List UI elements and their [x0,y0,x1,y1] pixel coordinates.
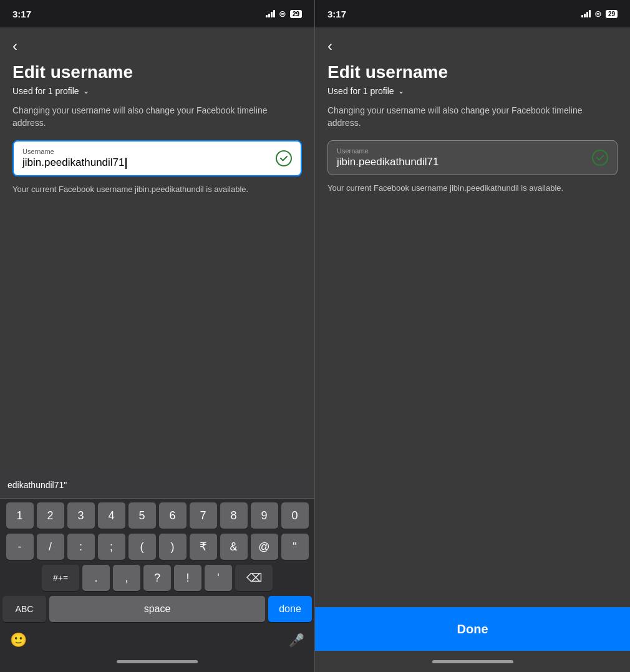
key-colon[interactable]: : [67,534,95,560]
spacer-right [327,194,618,597]
home-bar-left [117,660,198,663]
key-2[interactable]: 2 [37,502,64,529]
status-time-left: 3:17 [12,9,31,19]
page-title-left: Edit username [12,62,302,82]
key-lparen[interactable]: ( [128,534,156,560]
back-button-right[interactable]: ‹ [327,37,332,55]
back-button-left[interactable]: ‹ [12,37,17,55]
input-value-left: jibin.peedikathundil71 [22,156,276,169]
key-9[interactable]: 9 [251,502,278,529]
battery-right: 29 [606,10,618,18]
mic-icon[interactable]: 🎤 [289,633,304,648]
delete-key[interactable]: ⌫ [235,565,273,591]
wifi-icon-right: ⊜ [594,9,602,19]
key-exclaim[interactable]: ! [174,565,201,591]
key-7[interactable]: 7 [190,502,217,529]
used-for-profile-left[interactable]: Used for 1 profile ⌄ [12,86,302,96]
username-input-left[interactable]: Username jibin.peedikathundil71 [12,140,302,176]
key-row-3: #+= . , ? ! ' ⌫ [2,565,312,591]
status-bar-right: 3:17 ⊜ 29 [315,0,630,27]
signal-icon-left [266,10,275,17]
input-label-right: Username [337,147,592,155]
key-5[interactable]: 5 [128,502,156,529]
key-abc[interactable]: ABC [2,596,46,622]
keyboard-area: edikathundil71" 1 2 3 4 5 6 7 8 9 0 - / … [0,471,314,651]
input-label-left: Username [22,148,276,155]
key-rparen[interactable]: ) [159,534,187,560]
key-comma[interactable]: , [113,565,140,591]
key-dash[interactable]: - [6,534,34,560]
keyboard-bottom-bar: 🙂 🎤 [0,630,314,651]
wifi-icon-left: ⊜ [279,9,286,19]
home-indicator-right [315,651,630,672]
battery-left: 29 [290,10,302,18]
key-row-1: 1 2 3 4 5 6 7 8 9 0 [2,502,312,529]
status-icons-right: ⊜ 29 [581,9,618,19]
status-time-right: 3:17 [327,9,346,19]
app-content-right: ‹ Edit username Used for 1 profile ⌄ Cha… [315,27,630,607]
key-amp[interactable]: & [220,534,248,560]
used-for-profile-right[interactable]: Used for 1 profile ⌄ [327,86,618,96]
page-title-right: Edit username [327,62,618,82]
check-icon-right [592,150,608,166]
signal-icon-right [581,10,591,17]
keyboard-rows: 1 2 3 4 5 6 7 8 9 0 - / : ; ( ) ₹ & [0,499,314,630]
autocomplete-bar: edikathundil71" [0,471,314,499]
key-6[interactable]: 6 [159,502,187,529]
autocomplete-text: edikathundil71" [7,480,67,490]
key-1[interactable]: 1 [6,502,34,529]
status-bar-left: 3:17 ⊜ 29 [0,0,314,27]
key-3[interactable]: 3 [67,502,95,529]
cursor-left [125,158,127,169]
availability-text-right: Your current Facebook username jibin.pee… [327,183,618,194]
key-semicolon[interactable]: ; [98,534,125,560]
emoji-icon[interactable]: 🙂 [10,632,27,648]
chevron-icon-right: ⌄ [398,87,404,95]
availability-text-left: Your current Facebook username jibin.pee… [12,184,302,195]
key-question[interactable]: ? [143,565,171,591]
key-4[interactable]: 4 [98,502,125,529]
left-phone-screen: 3:17 ⊜ 29 ‹ Edit username Used for 1 pro… [0,0,315,672]
key-row-2: - / : ; ( ) ₹ & @ " [2,534,312,560]
key-apostrophe[interactable]: ' [205,565,232,591]
key-quote[interactable]: " [281,534,309,560]
description-left: Changing your username will also change … [12,105,302,129]
space-key[interactable]: space [49,596,265,622]
key-rupee[interactable]: ₹ [190,534,217,560]
status-icons-left: ⊜ 29 [266,9,302,19]
app-content-left: ‹ Edit username Used for 1 profile ⌄ Cha… [0,27,314,471]
check-icon-left [276,150,292,166]
input-value-right: jibin.peedikathundil71 [337,156,592,168]
chevron-icon-left: ⌄ [83,87,89,95]
done-button-right[interactable]: Done [315,607,630,651]
done-key-keyboard[interactable]: done [268,596,312,622]
key-dot[interactable]: . [82,565,110,591]
home-indicator-left [0,651,314,672]
right-phone-screen: 3:17 ⊜ 29 ‹ Edit username Used for 1 pro… [315,0,630,672]
done-button-label-right: Done [457,622,488,636]
key-slash[interactable]: / [37,534,64,560]
key-8[interactable]: 8 [220,502,248,529]
home-bar-right [432,660,513,663]
key-more[interactable]: #+= [42,565,79,591]
key-0[interactable]: 0 [281,502,309,529]
username-input-right[interactable]: Username jibin.peedikathundil71 [327,140,618,175]
key-at[interactable]: @ [251,534,278,560]
description-right: Changing your username will also change … [327,105,618,129]
key-row-4: ABC space done [2,596,312,622]
